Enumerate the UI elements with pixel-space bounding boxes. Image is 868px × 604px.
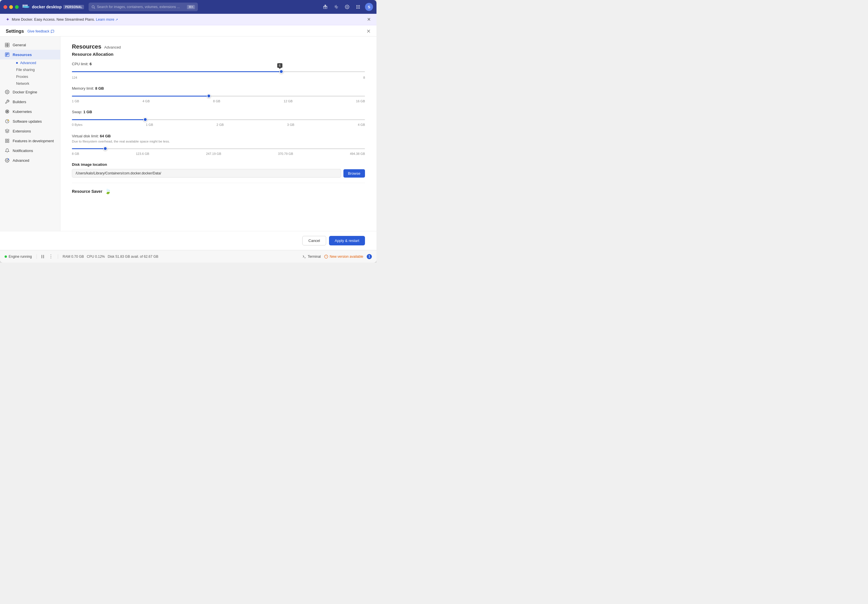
sidebar-sub-network[interactable]: Network: [12, 80, 60, 87]
disk-location-section: Disk image location /Users/kalo/Library/…: [72, 162, 365, 178]
cpu-tooltip: 6: [277, 63, 282, 68]
resource-saver-row: Resource Saver 🍃: [72, 183, 365, 195]
sidebar-item-notifications[interactable]: Notifications: [0, 146, 60, 156]
cpu-label: CPU limit: 6: [72, 62, 365, 66]
svg-rect-1: [25, 5, 26, 6]
docker-engine-icon: [5, 90, 10, 94]
vdisk-value: 64 GB: [100, 134, 111, 138]
swap-thumb[interactable]: [143, 117, 147, 122]
notifications-icon: [5, 148, 10, 153]
sidebar-item-label-docker-engine: Docker Engine: [12, 90, 37, 94]
memory-labels: 1 GB 4 GB 8 GB 12 GB 16 GB: [72, 99, 365, 103]
minimize-traffic-light[interactable]: [9, 5, 13, 9]
svg-rect-25: [5, 53, 9, 56]
vdisk-track: [72, 148, 365, 149]
search-bar[interactable]: Search for images, containers, volumes, …: [88, 3, 198, 11]
sidebar-item-label-software-updates: Software updates: [12, 119, 42, 124]
promo-banner: ✦ More Docker. Easy Access. New Streamli…: [0, 14, 377, 25]
sidebar-item-resources[interactable]: Resources: [0, 50, 60, 59]
sidebar-item-label-general: General: [12, 43, 26, 47]
svg-rect-21: [5, 43, 7, 45]
banner-learn-more-link[interactable]: Learn more: [96, 17, 115, 22]
vdisk-labels: 8 GB 123.6 GB 247.19 GB 370.79 GB 494.38…: [72, 152, 365, 156]
vdisk-thumb[interactable]: [103, 147, 107, 151]
swap-slider-section: Swap: 1 GB 0 Bytes 1 GB 2 GB 3 GB: [72, 110, 365, 127]
builders-icon: [5, 99, 10, 104]
statusbar-right: Terminal New version available 1: [302, 254, 372, 259]
svg-rect-17: [359, 6, 360, 8]
content-badge: Advanced: [104, 45, 121, 49]
sidebar-sub-advanced[interactable]: Advanced: [12, 59, 60, 66]
sidebar-item-general[interactable]: General: [0, 40, 60, 50]
status-dot: [5, 255, 7, 258]
vdisk-track-fill: [72, 148, 105, 149]
maximize-traffic-light[interactable]: [15, 5, 19, 9]
disk-stat: Disk 51.83 GB avail. of 62.67 GB: [108, 255, 158, 259]
pause-bar-1: [42, 255, 42, 258]
content-area: Resources Advanced Resource Allocation C…: [60, 37, 377, 231]
resource-stats: RAM 0.70 GB CPU 0.12% Disk 51.83 GB avai…: [63, 255, 158, 259]
terminal-icon: [302, 255, 306, 259]
sidebar-item-label-notifications: Notifications: [12, 148, 33, 153]
personal-badge: PERSONAL: [63, 5, 84, 9]
sidebar-item-features-dev[interactable]: Features in development: [0, 136, 60, 146]
memory-label-text: Memory limit:: [72, 86, 94, 91]
svg-point-6: [92, 5, 95, 8]
browse-button[interactable]: Browse: [343, 169, 365, 178]
gift-icon-button[interactable]: [321, 3, 329, 11]
sidebar-item-software-updates[interactable]: Software updates: [0, 116, 60, 126]
more-options-button[interactable]: ⋮: [49, 254, 53, 259]
features-dev-icon: [5, 138, 10, 144]
notification-badge[interactable]: 1: [367, 254, 372, 259]
pause-bars[interactable]: [42, 255, 44, 258]
sub-label-file-sharing: File sharing: [16, 68, 35, 72]
sidebar-item-extensions[interactable]: Extensions: [0, 126, 60, 136]
swap-labels: 0 Bytes 1 GB 2 GB 3 GB 4 GB: [72, 123, 365, 127]
search-placeholder: Search for images, containers, volumes, …: [97, 5, 185, 9]
sidebar-item-docker-engine[interactable]: Docker Engine: [0, 87, 60, 97]
grid-icon-button[interactable]: [354, 3, 362, 11]
sidebar-item-kubernetes[interactable]: Kubernetes: [0, 107, 60, 116]
cpu-track: [72, 71, 365, 72]
settings-icon-button[interactable]: [343, 3, 351, 11]
apply-restart-button[interactable]: Apply & restart: [329, 236, 365, 246]
sidebar-item-advanced[interactable]: Advanced: [0, 156, 60, 165]
app-name: docker desktop: [32, 5, 62, 9]
terminal-button[interactable]: Terminal: [302, 255, 321, 259]
memory-thumb[interactable]: [207, 94, 211, 98]
svg-rect-33: [5, 139, 7, 141]
settings-title: Settings: [6, 29, 24, 34]
cpu-stat: CPU 0.12%: [87, 255, 105, 259]
give-feedback-link[interactable]: Give feedback: [27, 29, 54, 33]
sidebar: General Resources Advanced File sharing: [0, 37, 60, 231]
user-avatar[interactable]: S: [365, 3, 373, 11]
disk-location-label: Disk image location: [72, 162, 365, 167]
settings-close-button[interactable]: ✕: [366, 28, 371, 34]
vdisk-label-text: Virtual disk limit:: [72, 134, 99, 138]
vdisk-slider-section: Virtual disk limit: 64 GB Due to filesys…: [72, 133, 365, 156]
sidebar-item-label-resources: Resources: [12, 53, 32, 57]
resources-icon: [5, 52, 10, 57]
svg-rect-18: [356, 8, 357, 9]
titlebar: docker desktop PERSONAL Search for image…: [0, 0, 377, 14]
sidebar-sub-proxies[interactable]: Proxies: [12, 73, 60, 80]
close-traffic-light[interactable]: [3, 5, 7, 9]
vdisk-slider-wrap: [72, 146, 365, 151]
cancel-button[interactable]: Cancel: [302, 236, 326, 246]
app-logo: docker desktop PERSONAL: [22, 3, 84, 11]
swap-track: [72, 119, 365, 120]
cpu-thumb[interactable]: 6: [279, 70, 283, 74]
new-version-label: New version available: [330, 255, 363, 259]
sub-label-advanced: Advanced: [20, 61, 36, 65]
warning-icon: [324, 255, 328, 259]
sidebar-sub-file-sharing[interactable]: File sharing: [12, 66, 60, 73]
vdisk-label-row: Virtual disk limit: 64 GB: [72, 133, 365, 139]
pause-bar-2: [43, 255, 44, 258]
banner-close-button[interactable]: ✕: [367, 17, 371, 22]
new-version-button[interactable]: New version available: [324, 255, 363, 259]
sidebar-item-builders[interactable]: Builders: [0, 97, 60, 107]
bug-icon-button[interactable]: [332, 3, 340, 11]
swap-slider-wrap: [72, 117, 365, 122]
advanced-icon: [5, 158, 10, 163]
svg-rect-34: [8, 139, 9, 141]
